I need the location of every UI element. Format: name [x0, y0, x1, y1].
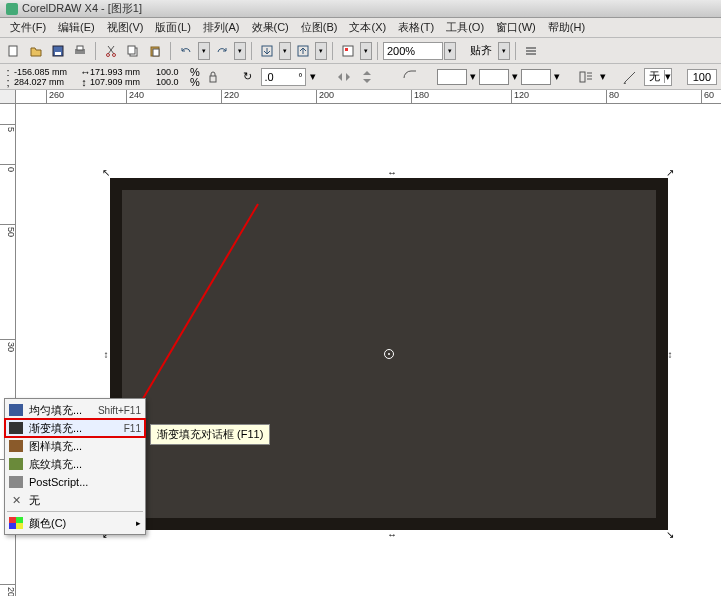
menu-视图[interactable]: 视图(V): [101, 18, 150, 37]
swatch3-dropdown[interactable]: ▾: [554, 70, 560, 83]
redo-dropdown[interactable]: ▾: [234, 42, 246, 60]
lock-ratio-button[interactable]: [204, 67, 223, 87]
svg-rect-17: [526, 53, 536, 55]
save-button[interactable]: [48, 41, 68, 61]
ruler-h-tick: 220: [221, 90, 239, 104]
menu-shortcut: F11: [124, 423, 141, 434]
rotation-stepper[interactable]: ▾: [310, 70, 316, 83]
menu-文件[interactable]: 文件(F): [4, 18, 52, 37]
fill-menu-item[interactable]: 渐变填充...F11: [5, 419, 145, 437]
redo-button[interactable]: [212, 41, 232, 61]
handle-ne[interactable]: ↗: [664, 166, 676, 178]
ruler-h-tick: 120: [511, 90, 529, 104]
import-button[interactable]: [257, 41, 277, 61]
menu-label: 图样填充...: [29, 439, 135, 454]
ruler-v-tick: 0: [0, 164, 16, 172]
outline-dropdown[interactable]: ▾: [512, 70, 518, 83]
rotation-input[interactable]: .0°: [261, 68, 305, 86]
fill-menu-item[interactable]: 底纹填充...: [5, 455, 145, 473]
ruler-v-tick: 200: [0, 584, 16, 596]
menu-排列[interactable]: 排列(A): [197, 18, 246, 37]
sy-input[interactable]: [156, 77, 188, 87]
svg-rect-8: [128, 46, 135, 54]
rectangle-shape[interactable]: [110, 178, 668, 530]
import-dropdown[interactable]: ▾: [279, 42, 291, 60]
svg-rect-10: [153, 49, 159, 56]
snap-dropdown[interactable]: ▾: [498, 42, 510, 60]
ruler-h-tick: 260: [46, 90, 64, 104]
svg-rect-16: [526, 50, 536, 52]
menu-效果[interactable]: 效果(C): [246, 18, 295, 37]
fill-menu-item[interactable]: 图样填充...: [5, 437, 145, 455]
menu-帮助[interactable]: 帮助(H): [542, 18, 591, 37]
menu-位图[interactable]: 位图(B): [295, 18, 344, 37]
undo-dropdown[interactable]: ▾: [198, 42, 210, 60]
handle-w[interactable]: ↕: [100, 348, 112, 360]
svg-point-6: [113, 53, 116, 56]
misc-input[interactable]: [687, 69, 717, 85]
standard-toolbar: ▾ ▾ ▾ ▾ ▾ 200% ▾ 贴齐 ▾: [0, 38, 721, 64]
export-dropdown[interactable]: ▾: [315, 42, 327, 60]
fill-type-icon: [9, 422, 23, 434]
fill-menu-item[interactable]: 均匀填充...Shift+F11: [5, 401, 145, 419]
submenu-arrow-icon: ▸: [136, 518, 141, 528]
outline-swatch[interactable]: [479, 69, 509, 85]
title-bar: CorelDRAW X4 - [图形1]: [0, 0, 721, 18]
fill-type-icon: [9, 440, 23, 452]
open-button[interactable]: [26, 41, 46, 61]
color-menu-item[interactable]: 颜色(C)▸: [5, 514, 145, 532]
menu-表格[interactable]: 表格(T): [392, 18, 440, 37]
swatch3[interactable]: [521, 69, 551, 85]
copy-button[interactable]: [123, 41, 143, 61]
menu-工具[interactable]: 工具(O): [440, 18, 490, 37]
menu-版面[interactable]: 版面(L): [149, 18, 196, 37]
ruler-horizontal[interactable]: 2602402202001801208060: [16, 90, 721, 104]
fill-dropdown[interactable]: ▾: [470, 70, 476, 83]
outline-width-combo[interactable]: 无 ▾: [644, 68, 672, 86]
w-input[interactable]: [90, 67, 152, 77]
handle-se[interactable]: ↘: [664, 528, 676, 540]
options-button[interactable]: [521, 41, 541, 61]
snap-label[interactable]: 贴齐: [466, 41, 496, 60]
menu-label: 底纹填充...: [29, 457, 135, 472]
zoom-dropdown[interactable]: ▾: [444, 42, 456, 60]
fill-swatch[interactable]: [437, 69, 467, 85]
mirror-v-button[interactable]: [358, 67, 377, 87]
paste-button[interactable]: [145, 41, 165, 61]
handle-n[interactable]: ↔: [386, 166, 398, 178]
svg-rect-22: [9, 517, 16, 523]
property-bar: : ; ↔ ↕ % % ↻ .0° ▾ ▾ ▾ ▾ ▾ 无 ▾: [0, 64, 721, 90]
handle-nw[interactable]: ↖: [100, 166, 112, 178]
wrap-dropdown[interactable]: ▾: [600, 70, 606, 83]
new-button[interactable]: [4, 41, 24, 61]
zoom-combo[interactable]: 200%: [383, 42, 443, 60]
menu-编辑[interactable]: 编辑(E): [52, 18, 101, 37]
menu-窗口[interactable]: 窗口(W): [490, 18, 542, 37]
app-launcher-button[interactable]: [338, 41, 358, 61]
handle-s[interactable]: ↔: [386, 528, 398, 540]
corner-round-button[interactable]: [401, 67, 420, 87]
print-button[interactable]: [70, 41, 90, 61]
h-input[interactable]: [90, 77, 152, 87]
svg-rect-15: [526, 47, 536, 49]
menu-label: 渐变填充...: [29, 421, 118, 436]
wrap-text-button[interactable]: [576, 67, 595, 87]
y-input[interactable]: [14, 77, 76, 87]
x-input[interactable]: [14, 67, 76, 77]
menu-label: 无: [29, 493, 135, 508]
svg-rect-25: [16, 523, 23, 529]
ruler-origin[interactable]: [0, 90, 16, 104]
sx-input[interactable]: [156, 67, 188, 77]
fill-menu-item[interactable]: PostScript...: [5, 473, 145, 491]
app-launcher-dropdown[interactable]: ▾: [360, 42, 372, 60]
menu-文本[interactable]: 文本(X): [343, 18, 392, 37]
center-mark-icon: [384, 349, 394, 359]
mirror-h-button[interactable]: [334, 67, 353, 87]
export-button[interactable]: [293, 41, 313, 61]
cut-button[interactable]: [101, 41, 121, 61]
fill-menu-item[interactable]: ✕无: [5, 491, 145, 509]
menu-label: 均匀填充...: [29, 403, 92, 418]
undo-button[interactable]: [176, 41, 196, 61]
handle-e[interactable]: ↕: [664, 348, 676, 360]
ruler-v-tick: 30: [0, 339, 16, 352]
